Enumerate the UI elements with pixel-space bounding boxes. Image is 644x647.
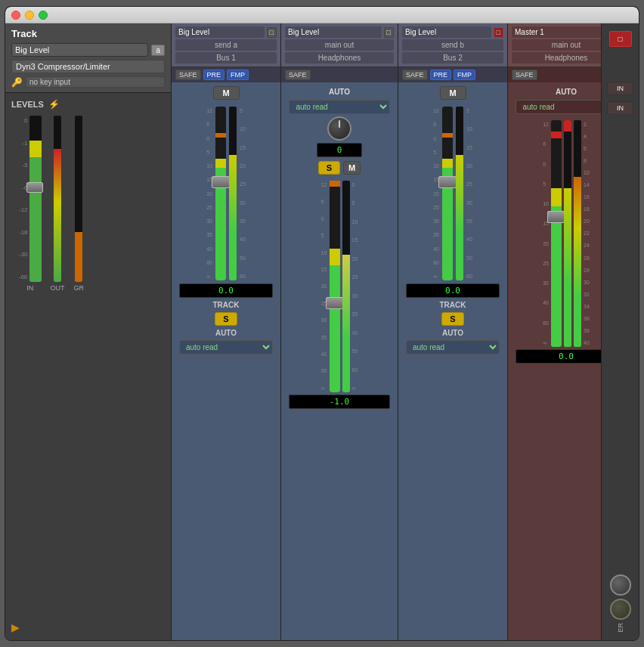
ch3-pre-btn[interactable]: PRE: [430, 70, 452, 80]
ch1-fader[interactable]: [215, 107, 226, 280]
scale-12: -12: [19, 206, 28, 213]
s10: 35: [206, 232, 212, 237]
s1: 12: [206, 108, 212, 113]
ch4-fader[interactable]: [551, 120, 562, 347]
ch2-auto-top-label: AUTO: [283, 86, 395, 98]
s3: 0: [206, 136, 212, 141]
s13: ∞: [206, 274, 212, 279]
ch4-auto-top-label: AUTO: [510, 86, 601, 98]
ch1-pre-btn[interactable]: PRE: [203, 70, 225, 80]
rs5: 25: [240, 181, 246, 187]
ch4-meter-l: [564, 120, 571, 347]
ch1-fmp-btn[interactable]: FMP: [227, 70, 249, 80]
ch3-copy-btn[interactable]: □: [494, 27, 503, 38]
levels-header: LEVELS ⚡: [11, 99, 165, 110]
close-button[interactable]: [11, 11, 20, 20]
scale-0: 0: [19, 117, 28, 124]
track-panel: Track Big Level a Dyn3 Compressor/Limite…: [5, 23, 172, 640]
a-badge: a: [151, 45, 165, 56]
ch2-name[interactable]: Big Level: [285, 26, 382, 38]
ch3-fader[interactable]: [442, 107, 453, 280]
ch3-name[interactable]: Big Level: [402, 26, 491, 38]
ch2-send: main out: [285, 39, 394, 51]
plugin-name[interactable]: Dyn3 Compressor/Limiter: [11, 60, 165, 73]
ch3-fader-handle[interactable]: [438, 176, 457, 188]
ch2-copy-btn[interactable]: □: [384, 27, 394, 38]
ch2-value: -1.0: [289, 395, 389, 409]
play-icon[interactable]: ▶: [11, 621, 20, 633]
ch4-fader-handle[interactable]: [547, 211, 565, 223]
ch3-auto-label: AUTO: [442, 329, 463, 337]
scale-30: -30: [19, 251, 28, 258]
ch2-sm-row: S M: [318, 161, 361, 175]
in-btn-2[interactable]: IN: [607, 101, 633, 115]
ch4-safe-btn[interactable]: SAFE: [512, 70, 537, 80]
ch2-pan-value: 0: [317, 143, 362, 157]
rs9: 50: [240, 255, 246, 261]
rs1: 5: [240, 108, 246, 113]
knob-2[interactable]: [610, 599, 631, 620]
key-input-dropdown[interactable]: no key input: [26, 76, 165, 88]
ch1-fader-handle[interactable]: [212, 176, 230, 188]
ch1-safe-btn[interactable]: SAFE: [175, 70, 201, 80]
ch1-auto-dropdown[interactable]: auto read: [179, 340, 273, 354]
knob-1[interactable]: [610, 574, 631, 596]
ch4-auto-dropdown[interactable]: auto read: [516, 100, 601, 114]
s5: 10: [206, 163, 212, 169]
channel-3: Big Level □ send b Bus 2 SAFE PRE FMP M: [398, 23, 508, 640]
ch3-send: send b: [402, 39, 503, 51]
plugin-row: Dyn3 Compressor/Limiter: [11, 60, 165, 73]
in-fader-handle[interactable]: [26, 182, 43, 193]
scale-3: -3: [19, 162, 28, 169]
ch4-name[interactable]: Master 1: [512, 26, 601, 38]
levels-section: LEVELS ⚡ 0 -1 -3 -6: [5, 93, 171, 640]
key-input-row: 🔑 no key input: [11, 76, 165, 88]
ch3-auto-dropdown[interactable]: auto read: [406, 340, 500, 354]
ch4-meter-r: [574, 120, 581, 347]
rs10: 60: [240, 274, 246, 279]
in-btn-1[interactable]: IN: [607, 82, 633, 95]
ch1-s-btn[interactable]: S: [215, 312, 237, 326]
ch2-fader-handle[interactable]: [326, 297, 344, 309]
rs4: 20: [240, 163, 246, 169]
ch1-name[interactable]: Big Level: [175, 26, 265, 38]
channel-2: Big Level □ main out Headphones SAFE AUT…: [281, 23, 398, 640]
ch1-copy-btn[interactable]: □: [267, 27, 277, 38]
ch3-track-label: TRACK: [440, 301, 466, 309]
s7: 20: [206, 191, 212, 197]
rs7: 35: [240, 218, 246, 224]
channel-dropdown[interactable]: Big Level: [11, 43, 148, 57]
minimize-button[interactable]: [25, 11, 34, 20]
ch3-mute-btn[interactable]: M: [440, 86, 466, 100]
ch4-bus: Headphones: [512, 52, 601, 63]
ch1-mute-btn[interactable]: M: [213, 86, 240, 100]
ch1-bus: Bus 1: [175, 52, 277, 63]
maximize-button[interactable]: [39, 11, 48, 20]
ch4-send: main out: [512, 39, 601, 51]
s8: 25: [206, 205, 212, 210]
ch3-safe-btn[interactable]: SAFE: [402, 70, 428, 80]
ch2-meter: [342, 181, 350, 392]
ch2-fader[interactable]: [330, 181, 340, 392]
ch1-send: send a: [175, 39, 277, 51]
ch3-s-btn[interactable]: S: [441, 312, 463, 326]
right-red-btn[interactable]: □: [609, 31, 632, 47]
ch3-value: 0.0: [406, 283, 500, 298]
ch3-fmp-btn[interactable]: FMP: [454, 70, 475, 80]
ch2-pan-knob[interactable]: [327, 116, 351, 141]
s4: 5: [206, 150, 212, 155]
scale-60: -60: [19, 274, 28, 280]
out-label: OUT: [51, 284, 65, 292]
ch2-s-btn[interactable]: S: [318, 161, 340, 175]
ch2-m-btn[interactable]: M: [343, 161, 361, 175]
ch2-safe-btn[interactable]: SAFE: [285, 70, 311, 80]
ch1-auto-label: AUTO: [215, 329, 237, 337]
rs2: 10: [240, 126, 246, 132]
ch1-value: 0.0: [179, 283, 273, 298]
channel-4-master: Master 1 □ main out Headphones SAFE AUTO…: [508, 23, 601, 640]
main-content: Track Big Level a Dyn3 Compressor/Limite…: [5, 23, 639, 640]
levels-label: LEVELS: [11, 100, 44, 109]
s9: 30: [206, 218, 212, 224]
ch2-auto-dropdown[interactable]: auto read: [289, 100, 389, 114]
ch3-bus: Bus 2: [402, 52, 503, 63]
